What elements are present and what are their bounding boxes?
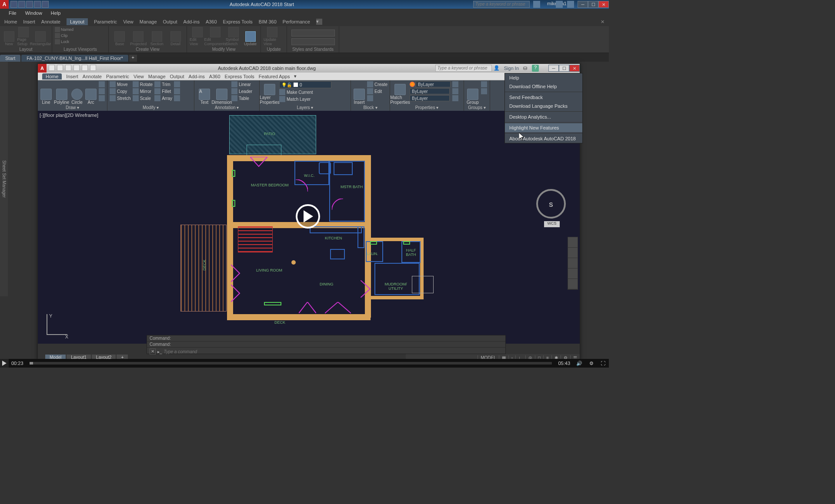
inner-qat-redo-icon[interactable] — [90, 65, 96, 71]
tab-manage[interactable]: Manage — [140, 19, 157, 24]
doc-close-icon[interactable]: ✕ — [601, 19, 605, 25]
match-props-button[interactable]: Match Properties — [392, 81, 408, 105]
fillet-button[interactable]: Fillet — [154, 88, 172, 94]
section-view-button[interactable]: Section — [149, 27, 166, 46]
update-view-button[interactable]: Update View — [264, 27, 281, 46]
nav-pan-icon[interactable] — [568, 248, 578, 258]
edit-view-button[interactable]: Edit View — [190, 27, 205, 46]
dimension-button[interactable]: Dimension — [214, 81, 230, 105]
tab-express[interactable]: Express Tools — [223, 19, 253, 24]
qat-save-icon[interactable] — [26, 1, 33, 8]
polyline-button[interactable]: Polyline — [54, 81, 69, 105]
draw-extra-2[interactable] — [99, 88, 105, 94]
lineweight-dropdown[interactable]: ByLayer — [410, 88, 450, 94]
linetype-dropdown[interactable]: ByLayer — [410, 95, 450, 101]
player-play-button[interactable] — [0, 359, 9, 368]
layer-properties-button[interactable]: Layer Properties — [262, 81, 277, 105]
props-extra-3[interactable] — [452, 95, 460, 101]
lock-vp-button[interactable]: Lock — [55, 39, 69, 44]
inner-tab-annotate[interactable]: Annotate — [83, 74, 102, 79]
qat-new-icon[interactable] — [10, 1, 17, 8]
sheet-set-manager-panel[interactable]: Sheet Set Manager — [0, 62, 8, 296]
inner-tab-manage[interactable]: Manage — [148, 74, 166, 79]
inner-tab-insert[interactable]: Insert — [66, 74, 78, 79]
add-tab-button[interactable]: + — [129, 55, 137, 62]
inner-tab-express[interactable]: Express Tools — [225, 74, 254, 79]
props-extra-2[interactable] — [452, 88, 460, 94]
nav-showmotion-icon[interactable] — [568, 279, 578, 289]
inner-app-logo-icon[interactable]: A — [38, 64, 47, 73]
inner-maximize-button[interactable]: ☐ — [559, 65, 569, 72]
edit-block-button[interactable]: Edit — [367, 88, 387, 94]
tab-performance[interactable]: Performance — [283, 19, 310, 24]
tab-a360[interactable]: A360 — [206, 19, 217, 24]
copy-button[interactable]: Copy — [110, 88, 131, 94]
table-button[interactable]: Table — [231, 95, 252, 101]
inner-tab-output[interactable]: Output — [170, 74, 184, 79]
block-extra-1[interactable] — [367, 95, 387, 101]
projected-view-button[interactable]: Projected — [130, 27, 147, 46]
move-button[interactable]: Move — [110, 81, 131, 87]
linear-button[interactable]: Linear — [231, 81, 252, 87]
symbol-sketch-button[interactable]: Symbol Sketch — [226, 27, 241, 46]
player-settings-icon[interactable]: ⚙ — [586, 361, 597, 366]
minimize-button[interactable]: ─ — [578, 1, 588, 8]
edit-comp-button[interactable]: Edit Components — [207, 27, 224, 46]
close-button[interactable]: ✕ — [598, 1, 609, 8]
inner-tab-view[interactable]: View — [134, 74, 144, 79]
maximize-button[interactable]: ☐ — [588, 1, 598, 8]
menu-window[interactable]: Window — [25, 10, 42, 16]
inner-tab-parametric[interactable]: Parametric — [106, 74, 129, 79]
named-vp-button[interactable]: Named — [55, 27, 73, 32]
match-layer-button[interactable]: Match Layer — [279, 96, 331, 102]
line-button[interactable]: Line — [40, 81, 52, 105]
page-setup-button[interactable]: Page Setup — [17, 27, 30, 46]
make-current-button[interactable]: Make Current — [279, 89, 331, 95]
wcs-label[interactable]: WCS — [544, 221, 560, 227]
inner-tab-addins[interactable]: Add-ins — [189, 74, 205, 79]
insert-button[interactable]: Insert — [353, 81, 365, 105]
inner-qat-undo-icon[interactable] — [82, 65, 88, 71]
group-extra-1[interactable] — [481, 81, 488, 87]
nav-orbit-icon[interactable] — [568, 269, 578, 279]
tab-output[interactable]: Output — [163, 19, 177, 24]
menu-help[interactable]: Help — [51, 10, 61, 16]
command-line[interactable]: Command: Command: ✕ ▸_ — [147, 335, 506, 354]
nav-bar[interactable] — [568, 237, 578, 290]
tab-bim360[interactable]: BIM 360 — [259, 19, 277, 24]
tab-home[interactable]: Home — [4, 19, 17, 24]
inner-a360-icon[interactable]: 👤 — [494, 65, 500, 71]
new-layout-button[interactable]: New — [3, 27, 16, 46]
inner-tab-featured[interactable]: Featured Apps — [259, 74, 290, 79]
inner-help-dropdown-icon[interactable]: ? — [532, 65, 539, 72]
view-cube[interactable]: S WCS — [536, 189, 567, 219]
user-name-label[interactable]: mikeafa1 — [544, 1, 551, 8]
app-logo-icon[interactable]: A — [0, 0, 9, 9]
style-combo-1[interactable] — [291, 30, 335, 36]
help-menu-item[interactable]: Download Offline Help — [505, 82, 582, 91]
player-volume-icon[interactable]: 🔊 — [573, 361, 586, 366]
help-menu-item[interactable]: Help — [505, 73, 582, 82]
tab-addins[interactable]: Add-ins — [184, 19, 200, 24]
style-combo-2[interactable] — [291, 38, 335, 45]
inner-minimize-button[interactable]: ─ — [548, 65, 559, 72]
tab-insert[interactable]: Insert — [23, 19, 35, 24]
color-dropdown[interactable]: ByLayer — [416, 81, 451, 87]
group-button[interactable]: Group — [466, 81, 479, 105]
ucs-icon[interactable]: Y X — [42, 313, 68, 339]
video-play-overlay[interactable] — [296, 204, 320, 229]
outer-search-input[interactable] — [474, 2, 529, 7]
draw-extra-1[interactable] — [99, 81, 105, 87]
inner-qat-new-icon[interactable] — [49, 65, 55, 71]
trim-button[interactable]: Trim — [154, 81, 172, 87]
scale-button[interactable]: Scale — [133, 95, 153, 101]
nav-zoom-icon[interactable] — [568, 258, 578, 269]
menu-file[interactable]: File — [9, 10, 17, 16]
tab-drawing-1[interactable]: FA-102_CUNY-BKLN_Ing...ll Hall_First Flo… — [21, 55, 128, 62]
detail-view-button[interactable]: Detail — [167, 27, 184, 46]
inner-exchange-icon[interactable]: ⛁ — [523, 66, 529, 71]
tab-parametric[interactable]: Parametric — [94, 19, 117, 24]
stretch-button[interactable]: Stretch — [110, 95, 131, 101]
create-block-button[interactable]: Create — [367, 81, 387, 87]
qat-saveas-icon[interactable] — [34, 1, 41, 8]
